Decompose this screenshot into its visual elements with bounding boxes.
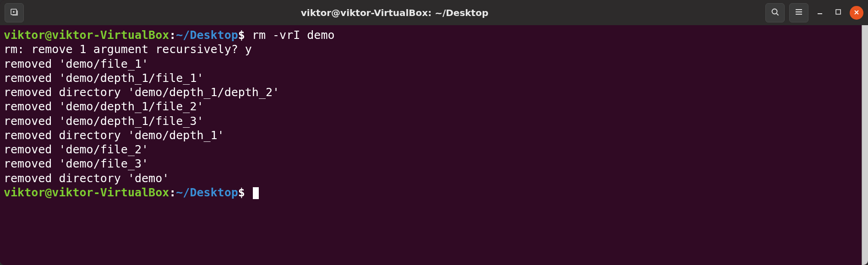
output-line: removed 'demo/depth_1/file_3': [4, 114, 858, 128]
terminal-line: viktor@viktor-VirtualBox:~/Desktop$ rm -…: [4, 28, 858, 42]
minimize-button[interactable]: [813, 6, 827, 20]
output-line: removed 'demo/depth_1/file_1': [4, 71, 858, 85]
prompt-symbol: $: [238, 186, 245, 199]
search-icon: [770, 7, 780, 18]
cursor: [253, 187, 259, 199]
terminal-body[interactable]: viktor@viktor-VirtualBox:~/Desktop$ rm -…: [0, 25, 862, 265]
prompt-user-host: viktor@viktor-VirtualBox: [4, 28, 169, 42]
command-text: rm -vrI demo: [245, 28, 335, 42]
maximize-button[interactable]: [831, 6, 845, 20]
prompt-path: ~/Desktop: [176, 28, 238, 42]
output-line: removed directory 'demo/depth_1': [4, 128, 858, 142]
minimize-icon: [817, 8, 823, 17]
terminal-line: viktor@viktor-VirtualBox:~/Desktop$: [4, 185, 858, 200]
prompt-user-host: viktor@viktor-VirtualBox: [4, 186, 169, 199]
titlebar-right-group: [765, 3, 863, 22]
hamburger-menu-button[interactable]: [789, 3, 808, 22]
output-line: removed 'demo/depth_1/file_2': [4, 99, 858, 114]
terminal-window: viktor@viktor-VirtualBox: ~/Desktop: [0, 0, 868, 265]
close-icon: [854, 8, 859, 17]
titlebar: viktor@viktor-VirtualBox: ~/Desktop: [0, 0, 868, 25]
output-line: removed 'demo/file_3': [4, 157, 858, 171]
prompt-path: ~/Desktop: [176, 186, 238, 199]
maximize-icon: [835, 8, 841, 17]
titlebar-left-group: [5, 3, 24, 22]
prompt-colon: :: [169, 28, 176, 42]
close-button[interactable]: [850, 6, 863, 20]
prompt-colon: :: [169, 186, 176, 199]
scrollbar[interactable]: [862, 25, 868, 265]
new-tab-button[interactable]: [5, 3, 24, 22]
search-button[interactable]: [765, 3, 785, 22]
output-line: removed 'demo/file_1': [4, 57, 858, 71]
output-line: removed 'demo/file_2': [4, 142, 858, 157]
terminal-body-wrapper: viktor@viktor-VirtualBox:~/Desktop$ rm -…: [0, 25, 868, 265]
window-title: viktor@viktor-VirtualBox: ~/Desktop: [24, 7, 765, 18]
menu-icon: [794, 7, 803, 18]
output-line: removed directory 'demo/depth_1/depth_2': [4, 85, 858, 99]
svg-rect-2: [836, 10, 841, 14]
prompt-symbol: $: [238, 28, 245, 42]
new-tab-icon: [10, 7, 19, 18]
svg-point-1: [772, 9, 777, 14]
output-line: rm: remove 1 argument recursively? y: [4, 42, 858, 56]
output-line: removed directory 'demo': [4, 171, 858, 185]
